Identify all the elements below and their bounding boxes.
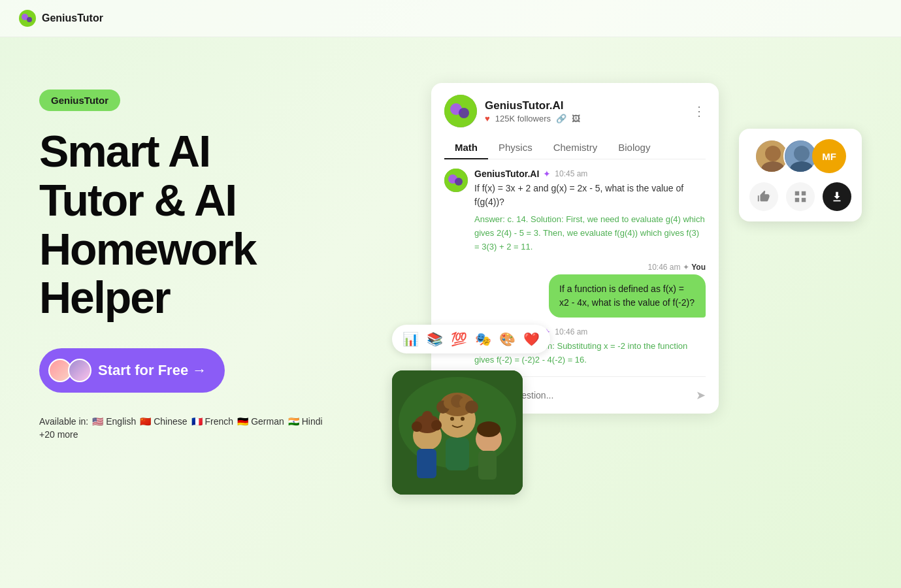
lang-german: 🇩🇪 German xyxy=(237,416,284,427)
svg-rect-14 xyxy=(446,438,469,470)
emoji-chart: 📊 xyxy=(402,331,419,347)
social-avatar xyxy=(444,95,477,127)
hero-title-line4: Helper xyxy=(39,272,170,322)
user-message-time: 10:46 am xyxy=(647,263,680,272)
logo-icon xyxy=(18,9,37,27)
chat-plus-1: ✦ xyxy=(543,169,551,179)
chat-send-button[interactable]: ➤ xyxy=(696,388,706,402)
social-card: GeniusTutor.AI ♥ 125K followers 🔗 🖼 ⋮ Ma… xyxy=(431,83,719,414)
svg-point-17 xyxy=(412,421,422,432)
svg-rect-42 xyxy=(802,198,806,202)
svg-point-2 xyxy=(27,17,32,22)
logo-area: GeniusTutor xyxy=(18,9,103,27)
thumbs-up-icon xyxy=(757,189,771,204)
floating-actions xyxy=(749,182,851,211)
svg-rect-41 xyxy=(795,198,799,202)
hero-title-line1: Smart AI xyxy=(39,126,210,176)
hero-title: Smart AI Tutor & AI Homework Helper xyxy=(39,127,353,322)
subject-tabs: Math Physics Chemistry Biology xyxy=(444,137,706,159)
chat-time-2: 10:46 am xyxy=(555,327,587,336)
more-options-button[interactable]: ⋮ xyxy=(693,103,706,119)
lang-chinese: 🇨🇳 Chinese xyxy=(140,416,187,427)
user-message-meta: 10:46 am ✦ You xyxy=(549,263,706,272)
languages-label: Available in: xyxy=(39,416,88,427)
chat-message-1: GeniusTutor.AI ✦ 10:45 am If f(x) = 3x +… xyxy=(444,169,706,253)
photo-card xyxy=(392,370,523,495)
kids-svg xyxy=(392,370,523,495)
tab-biology[interactable]: Biology xyxy=(608,137,661,159)
emoji-book: 📚 xyxy=(427,331,443,347)
download-icon xyxy=(830,189,844,204)
chat-time-1: 10:45 am xyxy=(555,169,587,178)
social-name: GeniusTutor.AI xyxy=(485,99,580,112)
lang-english: 🇺🇸 English xyxy=(92,416,136,427)
cta-label: Start for Free → xyxy=(98,362,206,379)
social-meta: ♥ 125K followers 🔗 🖼 xyxy=(485,114,580,123)
avatar-floating-card: MF xyxy=(739,129,862,221)
chat-answer-1: Answer: c. 14. Solution: First, we need … xyxy=(474,213,706,253)
grid-button[interactable] xyxy=(786,182,815,211)
cta-avatar-2 xyxy=(68,359,91,382)
chat-bubble-area-1: GeniusTutor.AI ✦ 10:45 am If f(x) = 3x +… xyxy=(474,169,706,253)
cta-button[interactable]: Start for Free → xyxy=(39,348,225,393)
floating-avatar-mf: MF xyxy=(812,139,846,173)
svg-point-26 xyxy=(459,108,469,118)
tab-chemistry[interactable]: Chemistry xyxy=(543,137,608,159)
svg-point-19 xyxy=(431,420,442,431)
download-button[interactable] xyxy=(823,182,851,211)
svg-point-13 xyxy=(461,417,465,421)
header: GeniusTutor xyxy=(0,0,901,37)
link-icon: 🔗 xyxy=(556,114,566,123)
left-side: GeniusTutor Smart AI Tutor & AI Homework… xyxy=(39,76,353,440)
user-bubble: If a function is defined as f(x) = x2 - … xyxy=(549,274,706,318)
social-profile: GeniusTutor.AI ♥ 125K followers 🔗 🖼 xyxy=(444,95,580,127)
image-icon: 🖼 xyxy=(572,114,580,123)
like-button[interactable] xyxy=(749,182,778,211)
brand-badge: GeniusTutor xyxy=(39,90,120,111)
svg-point-12 xyxy=(450,417,454,421)
user-you-label: You xyxy=(691,263,706,272)
hero-title-line2: Tutor & AI xyxy=(39,175,236,225)
hero-title-line3: Homework xyxy=(39,224,256,274)
social-card-header: GeniusTutor.AI ♥ 125K followers 🔗 🖼 ⋮ xyxy=(444,95,706,127)
svg-point-37 xyxy=(794,146,810,161)
heart-icon: ♥ xyxy=(485,114,490,123)
svg-rect-40 xyxy=(802,191,806,195)
emoji-row: 📊 📚 💯 🎭 🎨 ❤️ xyxy=(392,325,550,353)
photo-card-inner xyxy=(392,370,523,495)
lang-french: 🇫🇷 French xyxy=(191,416,234,427)
emoji-heart: ❤️ xyxy=(523,331,540,347)
grid-icon xyxy=(793,189,808,204)
languages-row: Available in: 🇺🇸 English 🇨🇳 Chinese 🇫🇷 F… xyxy=(39,416,353,427)
logo-text: GeniusTutor xyxy=(42,12,103,24)
floating-avatars: MF xyxy=(755,139,846,173)
chat-question-1: If f(x) = 3x + 2 and g(x) = 2x - 5, what… xyxy=(474,182,706,209)
tab-physics[interactable]: Physics xyxy=(488,137,543,159)
svg-point-11 xyxy=(465,400,478,414)
cta-avatars xyxy=(48,359,91,382)
svg-point-22 xyxy=(477,421,500,437)
emoji-100: 💯 xyxy=(451,331,467,347)
emoji-art: 🎨 xyxy=(499,331,516,347)
svg-rect-20 xyxy=(417,449,436,478)
more-languages: +20 more xyxy=(39,429,353,440)
lang-hindi: 🇮🇳 Hindi xyxy=(288,416,323,427)
followers-count: 125K followers xyxy=(495,114,551,123)
svg-point-34 xyxy=(765,146,781,161)
emoji-palette: 🎭 xyxy=(475,331,491,347)
svg-rect-23 xyxy=(478,451,497,480)
chat-sender-row-1: GeniusTutor.AI ✦ 10:45 am xyxy=(474,169,706,179)
svg-rect-39 xyxy=(795,191,799,195)
svg-point-29 xyxy=(455,178,463,186)
main-content: GeniusTutor Smart AI Tutor & AI Homework… xyxy=(0,37,901,466)
user-message-row: 10:46 am ✦ You If a function is defined … xyxy=(444,263,706,318)
social-profile-info: GeniusTutor.AI ♥ 125K followers 🔗 🖼 xyxy=(485,99,580,123)
chat-avatar-1 xyxy=(444,169,468,192)
user-message-content: 10:46 am ✦ You If a function is defined … xyxy=(549,263,706,318)
right-side: 📊 📚 💯 🎭 🎨 ❤️ xyxy=(392,76,862,414)
chat-sender-name-1: GeniusTutor.AI xyxy=(474,169,539,179)
svg-point-18 xyxy=(422,411,433,421)
tab-math[interactable]: Math xyxy=(444,137,488,159)
plus-icon-user: ✦ xyxy=(683,263,691,272)
